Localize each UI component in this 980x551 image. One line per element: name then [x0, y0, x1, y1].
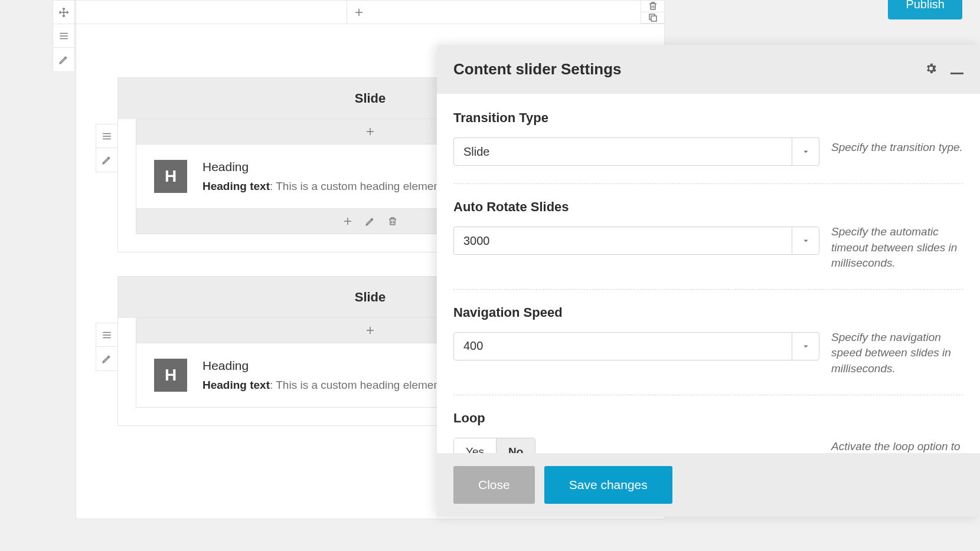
field-label: Auto Rotate Slides — [453, 199, 819, 215]
rows-icon[interactable] — [96, 124, 117, 148]
slide-tools — [96, 124, 118, 172]
loop-toggle: Yes No — [453, 438, 535, 453]
field-label: Loop — [453, 411, 819, 426]
settings-body: Transition Type Slide Specify the transi… — [437, 94, 980, 453]
plus-icon[interactable] — [358, 120, 382, 143]
slide-tools — [96, 323, 118, 371]
rows-icon[interactable] — [53, 24, 74, 48]
minimize-icon[interactable] — [950, 64, 963, 74]
add-element-button[interactable] — [347, 1, 370, 24]
chevron-down-icon[interactable] — [792, 333, 819, 360]
trash-icon[interactable] — [381, 210, 404, 232]
settings-footer: Close Save changes — [437, 453, 980, 517]
field-label: Transition Type — [453, 110, 819, 126]
gear-icon[interactable] — [925, 62, 937, 77]
select-value: 400 — [454, 339, 792, 353]
field-loop: Loop Yes No Activate the loop option to … — [453, 411, 963, 453]
element-title: Heading — [202, 359, 440, 373]
field-hint: Activate the loop option to mak the caro… — [819, 411, 963, 453]
save-button[interactable]: Save changes — [544, 466, 672, 504]
select-value: 3000 — [454, 234, 792, 248]
rows-icon[interactable] — [96, 323, 117, 347]
field-hint: Specify the transition type. — [819, 110, 963, 156]
heading-badge: H — [154, 160, 187, 193]
heading-badge: H — [154, 359, 187, 392]
transition-select[interactable]: Slide — [453, 137, 819, 166]
container-tools — [53, 0, 75, 72]
field-hint: Specify the navigation speed between sli… — [819, 305, 963, 377]
loop-yes-option[interactable]: Yes — [454, 438, 496, 453]
svg-rect-0 — [651, 16, 656, 21]
element-subtitle: Heading text: This is a custom heading e… — [202, 180, 440, 193]
nav-speed-select[interactable]: 400 — [453, 332, 819, 360]
settings-header: Content slider Settings — [437, 45, 980, 94]
pencil-icon[interactable] — [53, 48, 74, 71]
settings-title: Content slider Settings — [453, 60, 622, 78]
chevron-down-icon[interactable] — [792, 227, 819, 254]
trash-icon[interactable] — [641, 1, 665, 12]
chevron-down-icon[interactable] — [792, 138, 819, 165]
settings-panel: Content slider Settings Transition Type … — [437, 45, 980, 517]
move-icon[interactable] — [53, 1, 74, 24]
plus-icon[interactable] — [337, 210, 359, 232]
pencil-icon[interactable] — [359, 210, 381, 232]
field-label: Navigation Speed — [453, 305, 819, 320]
copy-icon[interactable] — [641, 12, 665, 24]
field-transition-type: Transition Type Slide Specify the transi… — [453, 110, 963, 184]
container-top-bar — [76, 1, 664, 24]
pencil-icon[interactable] — [96, 347, 117, 370]
select-value: Slide — [454, 145, 792, 159]
element-title: Heading — [202, 160, 440, 174]
close-button[interactable]: Close — [453, 466, 535, 504]
pencil-icon[interactable] — [96, 148, 117, 172]
field-auto-rotate: Auto Rotate Slides 3000 Specify the auto… — [453, 199, 963, 290]
field-nav-speed: Navigation Speed 400 Specify the navigat… — [453, 305, 963, 395]
auto-rotate-select[interactable]: 3000 — [453, 227, 819, 255]
container-right-tools — [641, 1, 664, 24]
element-subtitle: Heading text: This is a custom heading e… — [202, 379, 440, 392]
plus-icon[interactable] — [358, 319, 382, 342]
loop-no-option[interactable]: No — [496, 438, 535, 453]
field-hint: Specify the automatic timeout between sl… — [819, 199, 963, 271]
